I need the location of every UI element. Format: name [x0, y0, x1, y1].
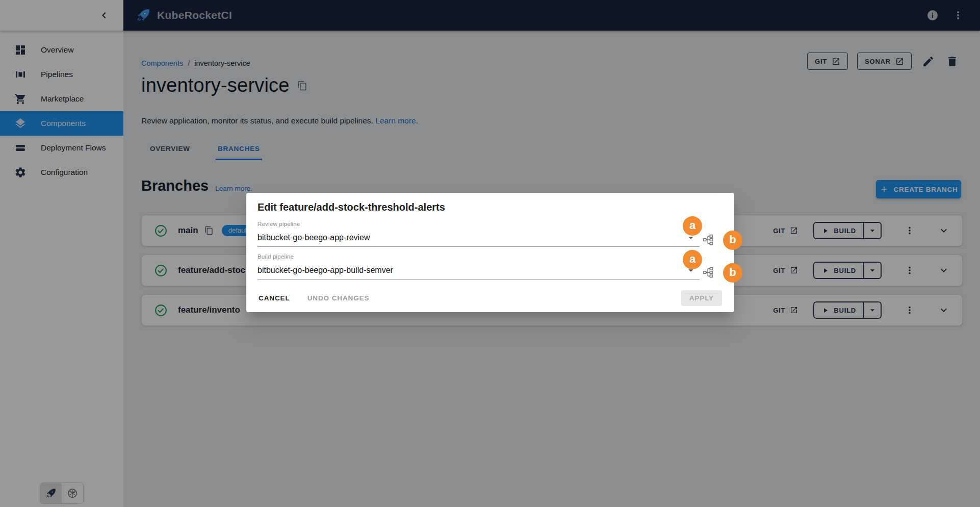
app-window: KubeRocketCI Overview Pipelines Market — [0, 0, 980, 507]
review-pipeline-field: Review pipeline bitbucket-go-beego-app-r… — [257, 221, 700, 247]
review-pipeline-diagram-button[interactable] — [702, 234, 714, 246]
build-pipeline-select[interactable]: bitbucket-go-beego-app-build-semver — [257, 261, 700, 280]
annotation-badge-b-review: b — [723, 231, 742, 250]
pipeline-tree-icon — [702, 266, 714, 278]
review-pipeline-label: Review pipeline — [257, 221, 700, 227]
build-pipeline-diagram-button[interactable] — [702, 266, 714, 278]
dialog-title: Edit feature/add-stock-threshold-alerts — [257, 201, 445, 213]
annotation-badge-a-build: a — [683, 250, 702, 269]
annotation-badge-a-review: a — [683, 216, 702, 236]
dialog-footer: CANCEL UNDO CHANGES APPLY — [246, 284, 734, 312]
annotation-badge-b-build: b — [723, 263, 742, 283]
apply-button[interactable]: APPLY — [681, 290, 722, 306]
undo-changes-button[interactable]: UNDO CHANGES — [302, 290, 375, 306]
pipeline-tree-icon — [702, 234, 714, 246]
cancel-button[interactable]: CANCEL — [253, 290, 295, 306]
edit-branch-dialog: Edit feature/add-stock-threshold-alerts … — [246, 193, 734, 312]
build-pipeline-label: Build pipeline — [257, 253, 700, 260]
review-pipeline-select[interactable]: bitbucket-go-beego-app-review — [257, 229, 700, 247]
build-pipeline-field: Build pipeline bitbucket-go-beego-app-bu… — [257, 253, 700, 280]
